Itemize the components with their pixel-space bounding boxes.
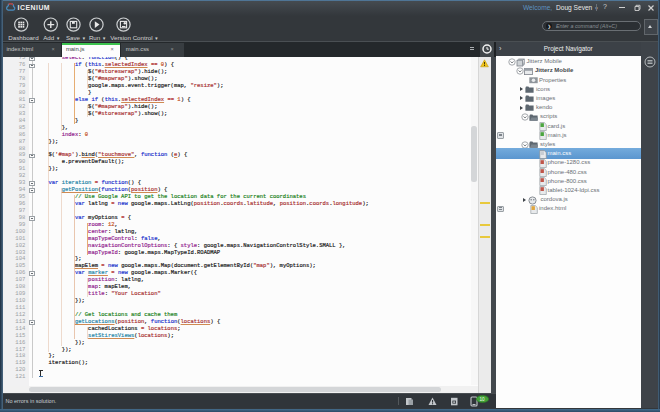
svg-text:10: 10 [480,397,486,402]
